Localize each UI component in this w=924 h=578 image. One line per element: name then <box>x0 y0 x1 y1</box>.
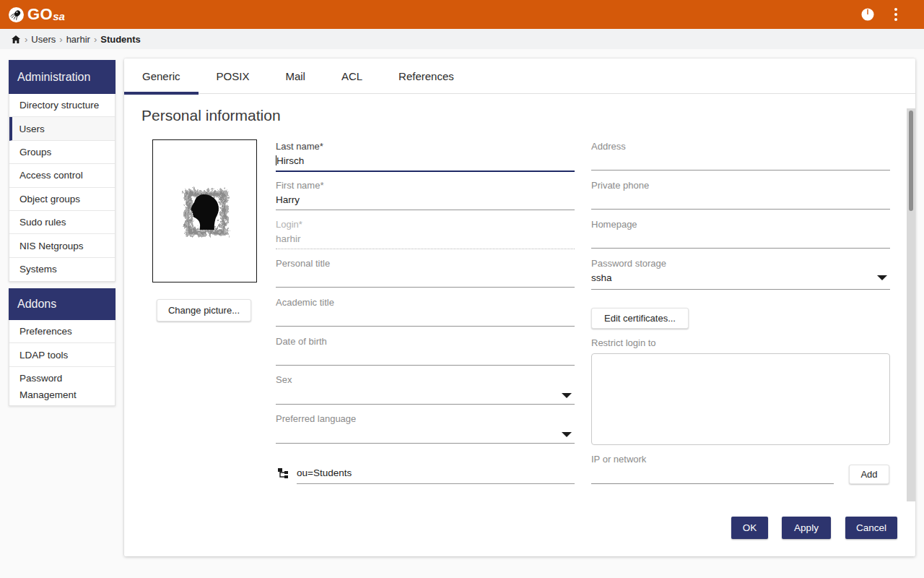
restrict-login-textarea[interactable] <box>591 353 890 445</box>
breadcrumb-separator: › <box>25 34 27 45</box>
field-first-name[interactable]: First name* Harry <box>276 178 575 210</box>
tab-references[interactable]: References <box>380 59 472 94</box>
tab-bar: Generic POSIX Mail ACL References <box>124 59 915 94</box>
field-last-name[interactable]: Last name* Hirsch <box>276 139 575 172</box>
breadcrumb-item-users[interactable]: Users <box>31 34 56 45</box>
logo-text-go: GO <box>27 7 53 22</box>
scrollbar-track[interactable] <box>907 108 915 501</box>
chevron-down-icon <box>877 275 887 280</box>
field-academic-title[interactable]: Academic title <box>276 296 575 327</box>
tab-generic[interactable]: Generic <box>124 59 199 94</box>
main-panel: Generic POSIX Mail ACL References Person… <box>124 59 915 556</box>
sidebar-section-addons: Addons Preferences LDAP tools Password M… <box>9 288 116 406</box>
breadcrumb: › Users › harhir › Students <box>0 29 924 49</box>
scrollbar-thumb[interactable] <box>909 111 913 211</box>
breadcrumb-separator: › <box>94 34 97 45</box>
breadcrumb-item-harhir[interactable]: harhir <box>66 34 90 45</box>
gosa-logo[interactable]: GO sa <box>9 7 65 22</box>
select-preferred-language[interactable]: Preferred language <box>276 412 575 444</box>
tree-icon <box>278 467 289 479</box>
field-address[interactable]: Address <box>591 139 890 171</box>
breadcrumb-separator: › <box>59 34 62 45</box>
logo-text-sa: sa <box>53 11 65 22</box>
apply-button[interactable]: Apply <box>782 517 831 539</box>
sidebar-item-users[interactable]: Users <box>9 117 115 140</box>
field-date-of-birth[interactable]: Date of birth <box>276 335 575 366</box>
sidebar-item-groups[interactable]: Groups <box>9 141 115 164</box>
sidebar-item-nis-netgroups[interactable]: NIS Netgroups <box>9 234 115 257</box>
tab-acl[interactable]: ACL <box>323 59 380 94</box>
breadcrumb-item-students: Students <box>100 34 141 45</box>
chevron-down-icon <box>562 393 572 398</box>
overflow-menu-icon[interactable] <box>894 8 897 21</box>
sidebar-header-administration: Administration <box>9 60 116 94</box>
change-picture-button[interactable]: Change picture... <box>157 299 251 322</box>
sidebar-section-administration: Administration Directory structure Users… <box>9 60 116 282</box>
sidebar-header-addons: Addons <box>9 288 116 320</box>
squid-logo-icon <box>9 7 24 22</box>
sidebar-item-sudo-rules[interactable]: Sudo rules <box>9 211 115 234</box>
add-button[interactable]: Add <box>849 465 889 484</box>
sidebar-item-object-groups[interactable]: Object groups <box>9 188 115 211</box>
sidebar-item-ldap-tools[interactable]: LDAP tools <box>9 343 115 366</box>
select-sex[interactable]: Sex <box>276 373 575 405</box>
tab-posix[interactable]: POSIX <box>199 59 268 94</box>
sidebar-item-preferences[interactable]: Preferences <box>9 320 115 343</box>
form-scroll-area[interactable]: Personal information <box>124 108 915 501</box>
chevron-down-icon <box>562 432 572 437</box>
select-password-storage[interactable]: Password storage ssha <box>591 256 890 290</box>
sidebar-item-systems[interactable]: Systems <box>9 258 115 281</box>
session-clock-icon[interactable] <box>861 8 874 21</box>
app-header: GO sa <box>0 0 924 29</box>
tab-mail[interactable]: Mail <box>267 59 323 94</box>
field-personal-title[interactable]: Personal title <box>276 256 575 288</box>
cancel-button[interactable]: Cancel <box>845 517 897 539</box>
home-icon[interactable] <box>11 35 21 44</box>
sidebar-item-password-management[interactable]: Password Management <box>9 367 115 406</box>
field-login: Login* harhir <box>276 217 575 249</box>
field-private-phone[interactable]: Private phone <box>591 178 890 210</box>
user-photo <box>152 139 257 282</box>
edit-certificates-button[interactable]: Edit certificates... <box>591 308 689 329</box>
sidebar-item-access-control[interactable]: Access control <box>9 164 115 187</box>
ip-or-network-input[interactable] <box>591 451 834 484</box>
ok-button[interactable]: OK <box>731 517 768 539</box>
field-homepage[interactable]: Homepage <box>591 217 890 249</box>
page-title: Personal information <box>141 108 281 125</box>
restrict-login-label: Restrict login to <box>591 337 656 348</box>
base-dn-value: ou=Students <box>297 467 352 478</box>
sidebar-item-directory-structure[interactable]: Directory structure <box>9 94 115 117</box>
